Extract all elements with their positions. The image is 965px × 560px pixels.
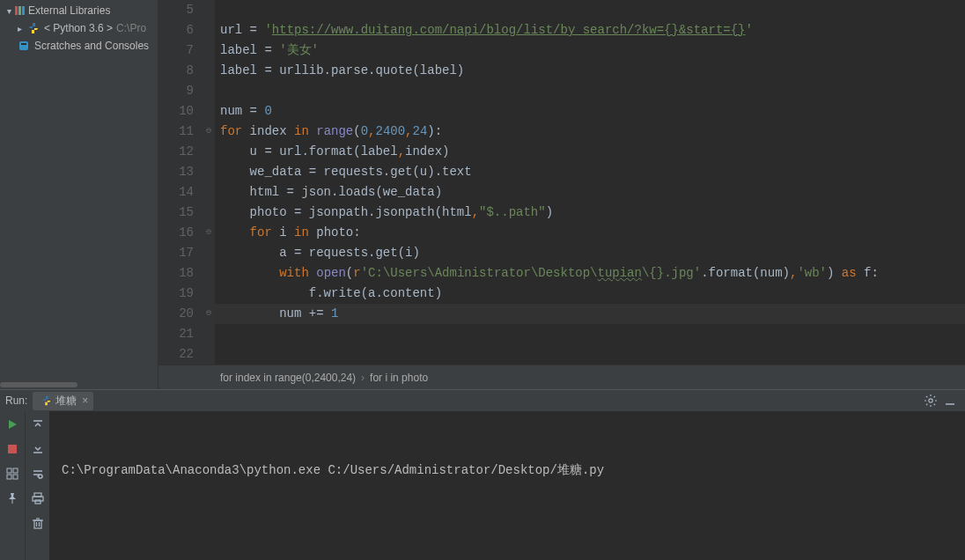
svg-rect-20 [34,520,41,528]
line-number: 18 [158,263,194,284]
run-tab[interactable]: 堆糖 × [33,392,93,410]
code-line[interactable]: num = 0 [215,101,965,122]
code-line[interactable]: for index in range(0,2400,24): [215,122,965,142]
layout-icon[interactable] [3,464,22,483]
run-toolbar-left-2 [25,411,49,560]
scrollbar-thumb[interactable] [0,382,77,387]
close-icon[interactable]: × [82,394,88,407]
svg-rect-0 [15,6,18,15]
code-line[interactable]: html = json.loads(we_data) [215,182,965,203]
line-number: 12 [158,142,194,162]
code-editor[interactable]: 5678910111213141516171819202122 ⊖⊖⊖ url … [158,0,965,389]
code-line[interactable]: for i in photo: [215,223,965,243]
line-number: 7 [158,41,194,61]
fold-toggle-icon[interactable]: ⊖ [204,228,213,237]
code-line[interactable] [215,344,965,365]
svg-rect-10 [13,468,18,473]
line-number: 13 [158,162,194,182]
gear-icon[interactable] [921,391,940,410]
code-line[interactable]: label = '美女' [215,41,965,61]
svg-rect-8 [8,445,17,453]
code-line[interactable]: f.write(a.content) [215,284,965,304]
svg-rect-4 [21,43,26,45]
run-toolbar-left [0,411,25,560]
line-number-gutter: 5678910111213141516171819202122 [158,0,203,365]
run-header: Run: 堆糖 × [0,390,965,411]
output-line: C:\ProgramData\Anaconda3\python.exe C:/U… [62,461,953,481]
svg-rect-1 [18,6,21,15]
chevron-down-icon[interactable]: ▾ [4,6,14,16]
line-number: 15 [158,203,194,223]
svg-rect-19 [35,500,41,504]
project-tree[interactable]: ▾ External Libraries ▸ < Python 3.6 > C:… [0,0,158,55]
code-line[interactable]: label = urllib.parse.quote(label) [215,61,965,81]
svg-rect-2 [22,6,25,15]
sidebar-horizontal-scrollbar[interactable] [0,380,158,389]
print-icon[interactable] [28,489,48,508]
code-line[interactable]: with open(r'C:\Users\Administrator\Deskt… [215,263,965,284]
svg-rect-11 [7,475,11,479]
fold-column[interactable]: ⊖⊖⊖ [203,0,215,365]
line-number: 14 [158,182,194,203]
svg-rect-13 [12,499,13,504]
run-tool-window: Run: 堆糖 × [0,389,965,560]
rerun-icon[interactable] [3,415,22,434]
code-line[interactable]: url = 'https://www.duitang.com/napi/blog… [215,20,965,41]
breadcrumb-separator-icon: › [361,372,365,384]
breadcrumb-seg[interactable]: for index in range(0,2400,24) [220,372,356,384]
run-tab-label: 堆糖 [55,394,77,409]
library-icon [14,4,26,17]
fold-toggle-icon[interactable]: ⊖ [204,127,213,136]
breadcrumb-seg[interactable]: for i in photo [370,372,428,384]
svg-rect-3 [19,41,28,50]
code-line[interactable]: we_data = requests.get(u).text [215,162,965,182]
breadcrumb[interactable]: for index in range(0,2400,24) › for i in… [158,365,965,389]
line-number: 10 [158,101,194,122]
code-line[interactable] [215,81,965,101]
python-icon [41,394,53,407]
scratches-icon [18,40,30,52]
run-output[interactable]: C:\ProgramData\Anaconda3\python.exe C:/U… [49,411,965,560]
trash-icon[interactable] [28,513,48,533]
line-number: 21 [158,324,194,344]
line-number: 5 [158,0,194,20]
chevron-right-icon[interactable]: ▸ [14,24,25,33]
tree-label: Scratches and Consoles [34,40,149,52]
line-number: 6 [158,20,194,41]
line-number: 19 [158,284,194,304]
line-number: 9 [158,81,194,101]
code-line[interactable]: u = url.format(label,index) [215,142,965,162]
code-line[interactable] [215,0,965,20]
soft-wrap-icon[interactable] [28,464,48,483]
svg-point-5 [929,399,932,402]
code-line[interactable]: a = requests.get(i) [215,243,965,263]
tree-label-path: C:\Pro [116,22,146,34]
minimize-icon[interactable] [940,391,960,410]
line-number: 17 [158,243,194,263]
fold-toggle-icon[interactable]: ⊖ [204,309,213,318]
tree-label: External Libraries [28,4,110,17]
tree-node-python-env[interactable]: ▸ < Python 3.6 > C:\Pro [0,19,158,37]
pin-icon[interactable] [3,489,22,508]
code-content[interactable]: url = 'https://www.duitang.com/napi/blog… [215,0,965,365]
code-line[interactable]: num += 1 [215,304,965,324]
svg-rect-12 [13,475,18,479]
python-icon [27,22,40,34]
project-sidebar: ▾ External Libraries ▸ < Python 3.6 > C:… [0,0,158,389]
tree-node-external-libraries[interactable]: ▾ External Libraries [0,2,158,19]
svg-marker-7 [9,420,17,429]
scroll-up-icon[interactable] [28,415,48,434]
scroll-down-icon[interactable] [28,439,48,459]
run-title: Run: [5,394,27,407]
line-number: 11 [158,122,194,142]
line-number: 16 [158,223,194,243]
line-number: 22 [158,344,194,365]
code-line[interactable] [215,324,965,344]
line-number: 8 [158,61,194,81]
line-number: 20 [158,304,194,324]
svg-rect-9 [7,468,11,473]
tree-label: < Python 3.6 > [44,22,113,34]
tree-node-scratches[interactable]: Scratches and Consoles [0,37,158,55]
stop-icon[interactable] [3,439,22,459]
code-line[interactable]: photo = jsonpath.jsonpath(html,"$..path"… [215,203,965,223]
